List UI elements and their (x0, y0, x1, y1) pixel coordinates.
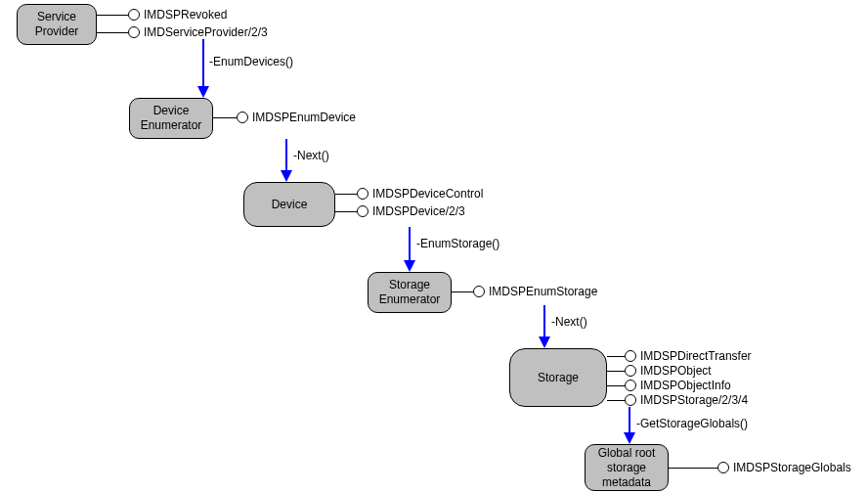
svg-marker-3 (281, 170, 292, 182)
method-enum-devices: -EnumDevices() (209, 55, 293, 68)
method-enum-storage: -EnumStorage() (416, 237, 499, 250)
svg-marker-9 (624, 432, 635, 444)
node-global-root-label: Global rootstoragemetadata (598, 446, 656, 490)
node-global-root: Global rootstoragemetadata (585, 444, 669, 491)
lollipop-icon (128, 26, 140, 38)
arrow-get-storage-globals (623, 407, 636, 446)
arrow-next-device (280, 139, 293, 184)
lollipop-icon (625, 365, 636, 377)
lollipop-icon (717, 462, 729, 473)
arrow-next-storage (538, 305, 551, 350)
node-storage-enumerator: StorageEnumerator (368, 272, 452, 313)
lollipop-icon (625, 394, 636, 406)
node-storage-label: Storage (538, 371, 579, 385)
lollipop-icon (237, 112, 248, 123)
lollipop-icon (357, 205, 369, 217)
method-get-storage-globals: -GetStorageGlobals() (636, 417, 748, 430)
svg-marker-1 (197, 86, 209, 98)
diagram-canvas: { "nodes": { "serviceProvider": "Service… (0, 0, 868, 493)
node-device-enumerator-label: DeviceEnumerator (141, 104, 202, 133)
node-device: Device (243, 182, 335, 227)
svg-marker-5 (404, 260, 415, 272)
node-service-provider-label: ServiceProvider (35, 10, 79, 39)
node-service-provider: ServiceProvider (17, 4, 97, 45)
method-next-device: -Next() (293, 149, 329, 162)
arrow-enum-storage (403, 227, 416, 274)
svg-marker-7 (539, 336, 550, 348)
node-storage: Storage (509, 348, 607, 407)
node-storage-enumerator-label: StorageEnumerator (379, 278, 441, 307)
lollipop-icon (128, 9, 140, 21)
lollipop-icon (625, 350, 636, 362)
node-device-enumerator: DeviceEnumerator (129, 98, 213, 139)
lollipop-icon (357, 188, 369, 200)
arrow-enum-devices (196, 39, 210, 100)
lollipop-icon (473, 286, 485, 297)
node-device-label: Device (272, 198, 308, 212)
lollipop-icon (625, 380, 636, 391)
method-next-storage: -Next() (551, 315, 587, 329)
